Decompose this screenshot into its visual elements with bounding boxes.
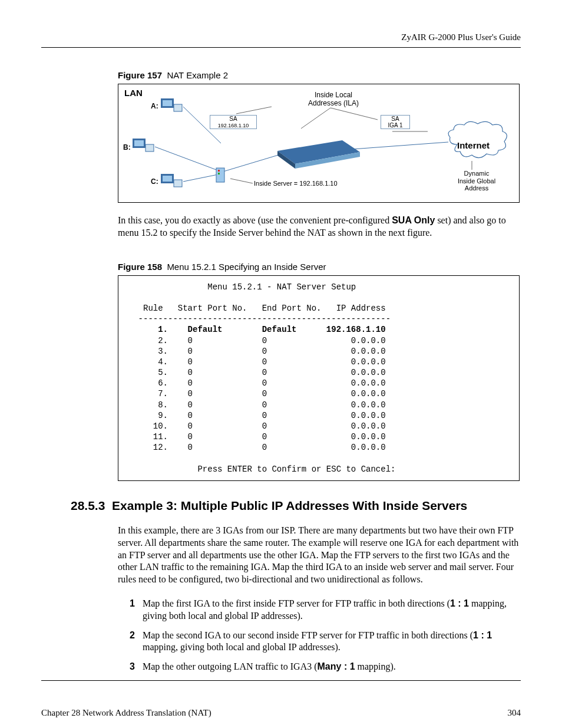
body-para-2: In this example, there are 3 IGAs from o… (118, 525, 521, 586)
svg-rect-21 (218, 170, 220, 172)
sa-box-2: SA IGA 1 (381, 115, 410, 129)
svg-line-5 (236, 107, 272, 114)
footer-chapter: Chapter 28 Network Address Translation (… (41, 708, 211, 718)
svg-rect-16 (146, 144, 154, 151)
svg-rect-12 (163, 100, 172, 106)
lan-label: LAN (124, 88, 143, 98)
svg-line-6 (301, 108, 330, 129)
body-para-1: In this case, you do exactly as above (u… (118, 215, 521, 239)
list-item-number: 2 (130, 630, 143, 654)
list-item-number: 3 (130, 661, 143, 673)
ila-label: Inside LocalAddresses (ILA) (304, 91, 363, 108)
sa-text-2: SA (391, 116, 399, 122)
svg-line-7 (330, 108, 378, 120)
sa-text-1: SA (229, 116, 237, 122)
svg-line-8 (230, 179, 253, 183)
page-footer: Chapter 28 Network Address Translation (… (41, 704, 521, 718)
figure-157-caption: Figure 157 NAT Example 2 (118, 70, 521, 80)
section-title: Example 3: Multiple Public IP Addresses … (112, 499, 467, 512)
para1-bold: SUA Only (392, 215, 435, 225)
dynamic-iga-label: DynamicInside GlobalAddress (447, 170, 506, 192)
svg-rect-15 (134, 140, 144, 146)
svg-rect-13 (174, 104, 182, 111)
host-a-label: A: (151, 102, 158, 110)
iga-text: IGA 1 (388, 122, 402, 129)
para1-a: In this case, you do exactly as above (u… (118, 215, 392, 225)
section-num: 28.5.3 (71, 499, 105, 512)
inside-server-label: Inside Server = 192.168.1.10 (254, 180, 338, 187)
footer-page: 304 (508, 708, 521, 718)
svg-line-4 (353, 142, 448, 149)
svg-rect-18 (163, 176, 172, 182)
list-item-text: Map the second IGA to our second inside … (143, 630, 521, 654)
figure-158-text: Menu 15.2.1 Specifying an Inside Server (167, 262, 326, 272)
list-item-text: Map the first IGA to the first inside FT… (143, 598, 521, 622)
running-head: ZyAIR G-2000 Plus User's Guide (41, 32, 521, 47)
host-b-label: B: (123, 143, 131, 151)
internet-label: Internet (457, 140, 490, 150)
list-item-number: 1 (130, 598, 143, 622)
figure-158-num: Figure 158 (118, 262, 162, 272)
sa-box-1: SA 192.168.1.10 (210, 115, 257, 129)
figure-158-terminal: Menu 15.2.1 - NAT Server Setup Rule Star… (118, 275, 520, 481)
footer-rule (41, 680, 521, 681)
figure-157-text: NAT Example 2 (167, 70, 228, 80)
list-item-text: Map the other outgoing LAN traffic to IG… (143, 661, 396, 673)
section-heading: 28.5.3 Example 3: Multiple Public IP Add… (71, 499, 521, 513)
list-item: 2Map the second IGA to our second inside… (130, 630, 521, 654)
figure-158-caption: Figure 158 Menu 15.2.1 Specifying an Ins… (118, 262, 521, 272)
svg-line-1 (155, 147, 221, 172)
svg-rect-19 (174, 180, 182, 187)
numbered-list: 1Map the first IGA to the first inside F… (130, 598, 521, 673)
sa-ip: 192.168.1.10 (218, 123, 249, 129)
figure-157-diagram: LAN Inside LocalAddresses (ILA) SA 192.1… (118, 84, 520, 203)
header-rule (41, 47, 521, 48)
svg-rect-22 (218, 173, 220, 174)
list-item: 3Map the other outgoing LAN traffic to I… (130, 661, 521, 673)
host-c-label: C: (151, 177, 158, 186)
figure-157-num: Figure 157 (118, 70, 162, 80)
list-item: 1Map the first IGA to the first inside F… (130, 598, 521, 622)
svg-rect-20 (216, 168, 224, 182)
